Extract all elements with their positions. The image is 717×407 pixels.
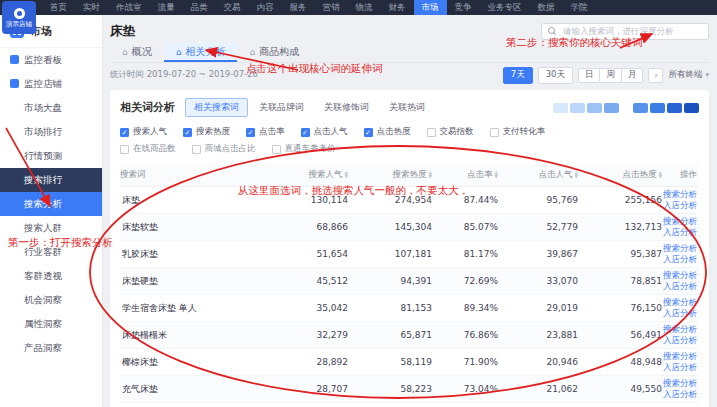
nav-item-6[interactable]: 交易 — [216, 0, 249, 15]
granularity-option[interactable]: 月 — [622, 68, 644, 83]
metric-option[interactable]: ✓搜索人气 — [120, 126, 167, 138]
column-header-6[interactable]: 点击热度▲▼ — [578, 169, 662, 181]
terminal-dropdown[interactable]: 所有终端▾ — [668, 69, 709, 81]
checkbox-icon[interactable] — [427, 128, 436, 137]
metric-option[interactable]: 商城点击占比 — [192, 143, 256, 155]
column-label: 点击率 — [467, 169, 493, 181]
nav-item-3[interactable]: 作战室 — [108, 0, 150, 15]
checkbox-icon[interactable]: ✓ — [120, 128, 129, 137]
actions-cell: 搜索分析入店分析 — [662, 190, 699, 211]
nav-item-9[interactable]: 营销 — [315, 0, 348, 15]
nav-item-16[interactable]: 学院 — [563, 0, 596, 15]
granularity-option[interactable]: 周 — [600, 68, 622, 83]
nav-item-5[interactable]: 品类 — [183, 0, 216, 15]
nav-item-7[interactable]: 内容 — [249, 0, 282, 15]
action-link[interactable]: 入店分析 — [663, 363, 697, 373]
metric-option[interactable]: ✓搜索热度 — [183, 126, 230, 138]
range-button[interactable]: 7天 — [503, 67, 533, 84]
nav-item-12[interactable]: 市场 — [414, 0, 447, 15]
sidebar-item-10[interactable]: 客群透视 — [0, 264, 102, 288]
sidebar-item-12[interactable]: 属性洞察 — [0, 312, 102, 336]
sidebar-item-9[interactable]: 行业客群 — [0, 240, 102, 264]
metric-option[interactable]: 支付转化率 — [490, 126, 546, 138]
value-cell: 81.17% — [432, 249, 498, 259]
column-header-3[interactable]: 搜索热度▲▼ — [348, 169, 432, 181]
nav-item-14[interactable]: 业务专区 — [480, 0, 530, 15]
store-badge[interactable]: 演示店铺 — [2, 1, 36, 34]
action-link[interactable]: 搜索分析 — [663, 325, 697, 335]
search-word-cell[interactable]: 床垫软垫 — [120, 221, 268, 234]
checkbox-icon[interactable] — [120, 145, 129, 154]
action-link[interactable]: 入店分析 — [663, 282, 697, 292]
checkbox-icon[interactable]: ✓ — [183, 128, 192, 137]
metric-option[interactable]: 直通车参考价 — [272, 143, 336, 155]
checkbox-icon[interactable] — [490, 128, 499, 137]
metric-option[interactable]: ✓点击率 — [246, 126, 285, 138]
action-link[interactable]: 搜索分析 — [663, 271, 697, 281]
action-link[interactable]: 搜索分析 — [663, 298, 697, 308]
sidebar-item-6[interactable]: 搜索排行 — [0, 168, 102, 192]
sidebar-item-3[interactable]: 市场大盘 — [0, 96, 102, 120]
metric-option[interactable]: ✓点击人气 — [301, 126, 348, 138]
nav-item-15[interactable]: 数据 — [530, 0, 563, 15]
checkbox-icon[interactable]: ✓ — [364, 128, 373, 137]
checkbox-icon[interactable]: ✓ — [246, 128, 255, 137]
action-link[interactable]: 入店分析 — [663, 309, 697, 319]
keyword-search-box[interactable] — [541, 23, 709, 40]
tab-3[interactable]: ⌂商品构成 — [237, 42, 311, 62]
nav-item-11[interactable]: 财务 — [381, 0, 414, 15]
nav-item-8[interactable]: 服务 — [282, 0, 315, 15]
nav-item-13[interactable]: 竞争 — [447, 0, 480, 15]
metric-option[interactable]: 在线商品数 — [120, 143, 176, 155]
sidebar-item-5[interactable]: 行情预测 — [0, 144, 102, 168]
tab-2[interactable]: ⌂相关分析 — [164, 42, 238, 62]
checkbox-icon[interactable]: ✓ — [301, 128, 310, 137]
column-header-5[interactable]: 点击人气▲▼ — [498, 169, 578, 181]
search-word-cell[interactable]: 学生宿舍床垫 单人 — [120, 302, 268, 315]
action-link[interactable]: 搜索分析 — [663, 244, 697, 254]
action-link[interactable]: 搜索分析 — [663, 190, 697, 200]
column-header-2[interactable]: 搜索人气▲▼ — [268, 169, 348, 181]
checkbox-icon[interactable] — [272, 145, 281, 154]
action-link[interactable]: 入店分析 — [663, 390, 697, 400]
card-tab-1[interactable]: 相关搜索词 — [185, 98, 248, 117]
card-tab-4[interactable]: 关联热词 — [380, 98, 434, 117]
tab-1[interactable]: ⌂概况 — [110, 42, 164, 62]
card-tab-3[interactable]: 关联修饰词 — [315, 98, 378, 117]
page-tabs: ⌂概况⌂相关分析⌂商品构成 — [110, 42, 709, 63]
search-word-cell[interactable]: 床垫硬垫 — [120, 275, 268, 288]
metric-option[interactable]: 交易指数 — [427, 126, 474, 138]
sidebar-item-13[interactable]: 产品洞察 — [0, 336, 102, 360]
nav-item-4[interactable]: 流量 — [150, 0, 183, 15]
search-word-cell[interactable]: 椰棕床垫 — [120, 356, 268, 369]
action-link[interactable]: 入店分析 — [663, 255, 697, 265]
sidebar-item-7[interactable]: 搜索分析 — [0, 192, 102, 216]
action-link[interactable]: 搜索分析 — [663, 217, 697, 227]
sidebar-item-1[interactable]: 监控看板 — [0, 48, 102, 72]
search-word-cell[interactable]: 床垫 — [120, 194, 268, 207]
action-link[interactable]: 搜索分析 — [663, 379, 697, 389]
search-word-cell[interactable]: 乳胶床垫 — [120, 248, 268, 261]
sidebar-item-4[interactable]: 市场排行 — [0, 120, 102, 144]
column-header-4[interactable]: 点击率▲▼ — [432, 169, 498, 181]
sidebar-item-2[interactable]: 监控店铺 — [0, 72, 102, 96]
action-link[interactable]: 入店分析 — [663, 228, 697, 238]
metric-option[interactable]: ✓点击热度 — [364, 126, 411, 138]
card-tab-2[interactable]: 关联品牌词 — [250, 98, 313, 117]
search-word-cell[interactable]: 充气床垫 — [120, 383, 268, 396]
next-period-button[interactable]: › — [648, 68, 663, 83]
action-link[interactable]: 搜索分析 — [663, 352, 697, 362]
sidebar-item-11[interactable]: 机会洞察 — [0, 288, 102, 312]
range-button[interactable]: 30天 — [538, 67, 573, 84]
nav-item-1[interactable]: 首页 — [42, 0, 75, 15]
search-input[interactable] — [561, 25, 702, 37]
related-words-table: 搜索词搜索人气▲▼搜索热度▲▼点击率▲▼点击人气▲▼点击热度▲▼操作 床垫130… — [120, 164, 699, 403]
checkbox-icon[interactable] — [192, 145, 201, 154]
sidebar-item-8[interactable]: 搜索人群 — [0, 216, 102, 240]
action-link[interactable]: 入店分析 — [663, 336, 697, 346]
action-link[interactable]: 入店分析 — [663, 201, 697, 211]
search-word-cell[interactable]: 床垫榻榻米 — [120, 329, 268, 342]
nav-item-2[interactable]: 实时 — [75, 0, 108, 15]
nav-item-10[interactable]: 物流 — [348, 0, 381, 15]
granularity-option[interactable]: 日 — [578, 68, 601, 83]
